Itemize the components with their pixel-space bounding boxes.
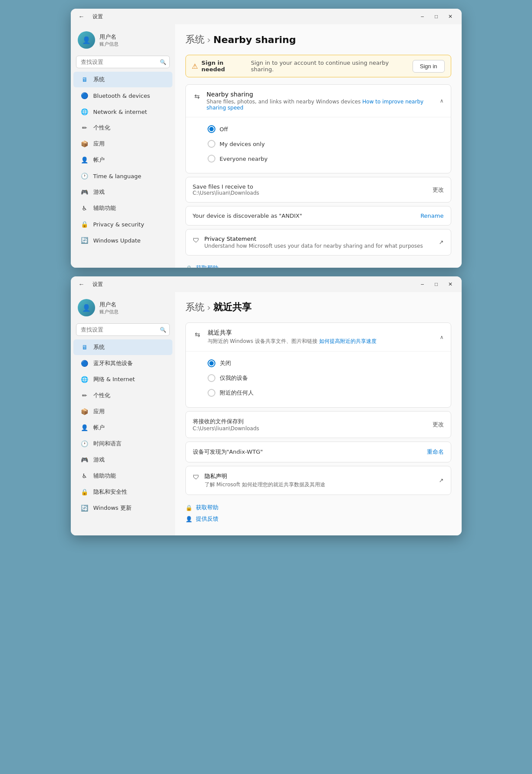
sign-in-button[interactable]: Sign in [413, 60, 445, 73]
radio2-everyone[interactable]: 附近的任何人 [208, 385, 444, 400]
card-body2: 关闭 仅我的设备 附近的任何人 [186, 351, 451, 407]
sidebar-item-system[interactable]: 🖥 系统 [73, 72, 172, 87]
alert-left: ⚠ Sign in needed Sign in to your account… [192, 60, 408, 73]
sidebar2-item-label: 网络 & Internet [93, 375, 135, 383]
rename-link2[interactable]: 重命名 [427, 448, 444, 456]
minimize-button[interactable]: – [416, 12, 429, 21]
sidebar2-item-time[interactable]: 🕐 时间和语言 [73, 436, 172, 452]
sidebar2-item-update[interactable]: 🔄 Windows 更新 [73, 500, 172, 516]
sidebar2-item-accounts[interactable]: 👤 帐户 [73, 420, 172, 435]
sidebar-item-time[interactable]: 🕐 Time & language [73, 168, 172, 184]
sidebar2-item-label: 时间和语言 [93, 440, 122, 448]
feedback-link2[interactable]: 👤 提供反馈 [185, 515, 451, 523]
save-files2-action: 更改 [433, 421, 444, 429]
sidebar-item-apps[interactable]: 📦 应用 [73, 136, 172, 152]
close-button[interactable]: ✕ [444, 12, 456, 21]
sidebar2-item-network[interactable]: 🌐 网络 & Internet [73, 372, 172, 387]
sidebar2-item-label: 隐私和安全性 [93, 488, 127, 496]
radio2-off[interactable]: 关闭 [208, 356, 444, 371]
radio-off[interactable]: Off [208, 122, 444, 136]
sidebar-item-accessibility[interactable]: ♿ 辅助功能 [73, 200, 172, 216]
sidebar2-item-gaming[interactable]: 🎮 游戏 [73, 452, 172, 468]
user-sub: 账户信息 [99, 41, 119, 47]
user-name2: 用户名 [99, 301, 119, 309]
back-button[interactable]: ← [76, 12, 87, 21]
radio-everyone[interactable]: Everyone nearby [208, 151, 444, 166]
apps-icon: 📦 [80, 140, 89, 148]
shield-icon2: 🛡 [193, 473, 199, 481]
radio2-label-my-devices: 仅我的设备 [220, 374, 248, 382]
system-icon2: 🖥 [80, 343, 89, 352]
save-files-title: Save files I receive to [193, 183, 259, 190]
sidebar2-item-personalize[interactable]: ✏️ 个性化 [73, 388, 172, 403]
breadcrumb2: 系统 › 就近共享 [185, 301, 451, 314]
sidebar2-item-label: 系统 [93, 343, 105, 351]
sidebar-item-network[interactable]: 🌐 Network & internet [73, 104, 172, 120]
sidebar2: 👤 用户名 账户信息 🔍 🖥 系统 🔵 蓝牙和其他设备 🌐 网络 & [71, 292, 175, 535]
get-help-link[interactable]: 🔒 获取帮助 [185, 264, 451, 268]
sidebar2-item-system[interactable]: 🖥 系统 [73, 339, 172, 355]
sidebar2-item-apps[interactable]: 📦 应用 [73, 404, 172, 419]
sidebar-item-label: 游戏 [93, 188, 105, 196]
search-input2[interactable] [76, 323, 170, 336]
main-content2: 系统 › 就近共享 ⇆ 就近共享 与附近的 Windows 设备共享文件、图片和… [175, 292, 462, 535]
update-icon: 🔄 [80, 236, 89, 245]
card-header2[interactable]: ⇆ 就近共享 与附近的 Windows 设备共享文件、图片和链接 如何提高附近的… [186, 323, 451, 351]
privacy2-info: 隐私声明 了解 Microsoft 如何处理您的就近共享数据及其用途 [205, 472, 325, 488]
bluetooth-icon: 🔵 [80, 91, 89, 100]
sidebar-item-accounts[interactable]: 👤 帐户 [73, 152, 172, 168]
search-box2: 🔍 [76, 323, 170, 336]
sidebar-item-personalize[interactable]: ✏️ 个性化 [73, 120, 172, 136]
back-button2[interactable]: ← [76, 280, 87, 289]
sidebar-item-gaming[interactable]: 🎮 游戏 [73, 184, 172, 200]
search-input[interactable] [76, 56, 170, 68]
radio-label-my-devices: My devices only [220, 141, 265, 147]
privacy2-title: 隐私声明 [205, 472, 325, 480]
device-name-title: Your device is discoverable as "ANDIX" [193, 213, 302, 219]
sidebar-item-update[interactable]: 🔄 Windows Update [73, 233, 172, 248]
get-help-link2[interactable]: 🔒 获取帮助 [185, 504, 451, 512]
radio2-my-devices[interactable]: 仅我的设备 [208, 371, 444, 385]
card-subtitle: Share files, photos, and links with near… [207, 99, 440, 111]
radio-circle-everyone [208, 155, 215, 163]
maximize-button2[interactable]: □ [430, 280, 443, 289]
get-help-label: 获取帮助 [196, 264, 218, 268]
sidebar-item-label: 辅助功能 [93, 204, 116, 212]
shield-icon: 🛡 [193, 236, 199, 244]
external-link-icon2[interactable]: ↗ [439, 477, 444, 484]
radio-circle-my-devices [208, 140, 215, 148]
improve-speed-link2[interactable]: 如何提高附近的共享速度 [319, 338, 377, 344]
titlebar2: ← 设置 – □ ✕ [71, 276, 462, 292]
minimize-button2[interactable]: – [416, 280, 429, 289]
sidebar2-item-label: 应用 [93, 408, 105, 415]
feedback-label2: 提供反馈 [196, 515, 218, 523]
sidebar2-item-accessibility[interactable]: ♿ 辅助功能 [73, 468, 172, 484]
card2-title: 就近共享 [208, 329, 377, 337]
radio-my-devices[interactable]: My devices only [208, 136, 444, 151]
save-files-card: Save files I receive to C:\Users\liuan\D… [185, 177, 451, 203]
window-english: ← 设置 – □ ✕ 👤 用户名 账户信息 🔍 🖥 [71, 9, 462, 268]
sidebar2-item-privacy[interactable]: 🔒 隐私和安全性 [73, 484, 172, 500]
device-name-card2: 设备可发现为"Andix-WTG" 重命名 [185, 442, 451, 462]
breadcrumb2-separator: › [207, 302, 211, 313]
sidebar-item-privacy[interactable]: 🔒 Privacy & security [73, 216, 172, 232]
privacy2-left: 🛡 隐私声明 了解 Microsoft 如何处理您的就近共享数据及其用途 [193, 472, 325, 488]
footer-links: 🔒 获取帮助 👤 提供反馈 [185, 264, 451, 268]
maximize-button[interactable]: □ [430, 12, 443, 21]
sidebar-item-label: Privacy & security [93, 221, 144, 228]
rename-link[interactable]: Rename [420, 213, 443, 219]
accessibility-icon2: ♿ [80, 472, 89, 480]
help-icon2: 🔒 [185, 505, 192, 511]
user-name: 用户名 [99, 33, 119, 41]
search-icon2: 🔍 [160, 327, 166, 333]
external-link-icon[interactable]: ↗ [439, 239, 444, 246]
sidebar2-item-bluetooth[interactable]: 🔵 蓝牙和其他设备 [73, 355, 172, 371]
card-header[interactable]: ⇆ Nearby sharing Share files, photos, an… [186, 85, 451, 117]
sidebar-item-bluetooth[interactable]: 🔵 Bluetooth & devices [73, 88, 172, 103]
sidebar2-item-label: 游戏 [93, 456, 105, 464]
radio2-circle-off [208, 359, 215, 367]
close-button2[interactable]: ✕ [444, 280, 456, 289]
share-icon2: ⇆ [193, 330, 202, 339]
save-files-info: Save files I receive to C:\Users\liuan\D… [193, 183, 259, 196]
radio-label-everyone: Everyone nearby [220, 156, 268, 162]
